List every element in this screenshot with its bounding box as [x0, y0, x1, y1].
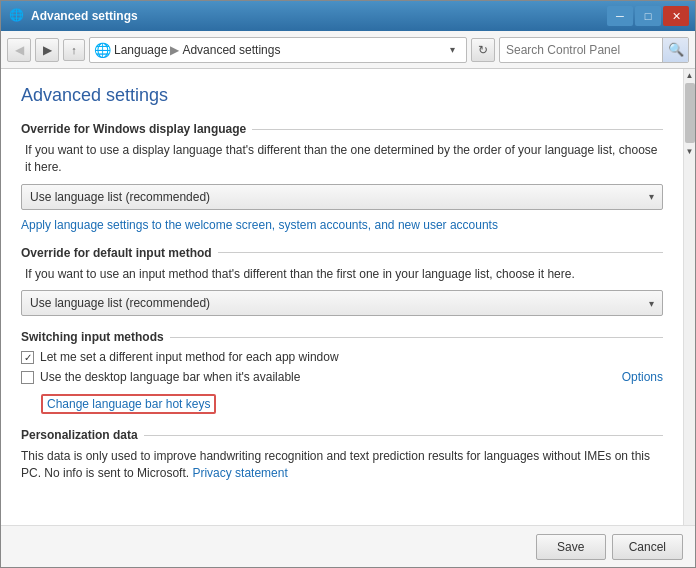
search-icon: 🔍 [668, 42, 684, 57]
search-input[interactable] [500, 43, 662, 57]
address-part1: Language [114, 43, 167, 57]
maximize-button[interactable]: □ [635, 6, 661, 26]
section4-title: Personalization data [21, 428, 663, 442]
close-button[interactable]: ✕ [663, 6, 689, 26]
personalization-desc: This data is only used to improve handwr… [21, 448, 663, 482]
bottom-bar: Save Cancel [1, 525, 695, 567]
checkbox-row-1: Let me set a different input method for … [21, 350, 663, 364]
change-hotkeys-link[interactable]: Change language bar hot keys [41, 394, 216, 414]
checkbox1-label: Let me set a different input method for … [40, 350, 339, 364]
section2-desc: If you want to use an input method that'… [21, 266, 663, 283]
up-button[interactable]: ↑ [63, 39, 85, 61]
window: 🌐 Advanced settings ─ □ ✕ ◀ ▶ ↑ 🌐 Langua… [0, 0, 696, 568]
title-bar-left: 🌐 Advanced settings [9, 8, 138, 24]
title-bar-buttons: ─ □ ✕ [607, 6, 689, 26]
minimize-button[interactable]: ─ [607, 6, 633, 26]
back-icon: ◀ [15, 43, 24, 57]
section-personalization: Personalization data This data is only u… [21, 428, 663, 482]
address-content: Language ▶ Advanced settings [114, 43, 438, 57]
address-separator: ▶ [170, 43, 179, 57]
options-link[interactable]: Options [622, 370, 663, 384]
section-input-method: Override for default input method If you… [21, 246, 663, 317]
personalization-text: This data is only used to improve handwr… [21, 449, 650, 480]
forward-button[interactable]: ▶ [35, 38, 59, 62]
save-button[interactable]: Save [536, 534, 606, 560]
refresh-button[interactable]: ↻ [471, 38, 495, 62]
section-display-language: Override for Windows display language If… [21, 122, 663, 232]
section1-title: Override for Windows display language [21, 122, 663, 136]
scroll-down-button[interactable]: ▼ [684, 145, 696, 157]
address-icon: 🌐 [94, 42, 110, 58]
section3-title: Switching input methods [21, 330, 663, 344]
scroll-up-button[interactable]: ▲ [684, 69, 696, 81]
apply-language-link[interactable]: Apply language settings to the welcome s… [21, 218, 498, 232]
checkbox-row-2: Use the desktop language bar when it's a… [21, 370, 663, 384]
address-part2: Advanced settings [182, 43, 280, 57]
input-dropdown-arrow-icon: ▾ [649, 298, 654, 309]
back-button[interactable]: ◀ [7, 38, 31, 62]
page-title: Advanced settings [21, 85, 663, 106]
privacy-link[interactable]: Privacy statement [192, 466, 287, 480]
checkbox-desktop-langbar[interactable] [21, 371, 34, 384]
input-method-dropdown[interactable]: Use language list (recommended) ▾ [21, 290, 663, 316]
refresh-icon: ↻ [478, 43, 488, 57]
section1-desc: If you want to use a display language th… [21, 142, 663, 176]
dropdown-arrow-icon: ▾ [649, 191, 654, 202]
section-switching: Switching input methods Let me set a dif… [21, 330, 663, 414]
up-icon: ↑ [71, 44, 77, 56]
display-language-value: Use language list (recommended) [30, 190, 210, 204]
checkbox2-label: Use the desktop language bar when it's a… [40, 370, 300, 384]
scroll-thumb[interactable] [685, 83, 695, 143]
forward-icon: ▶ [43, 43, 52, 57]
nav-bar: ◀ ▶ ↑ 🌐 Language ▶ Advanced settings ▾ ↻… [1, 31, 695, 69]
search-button[interactable]: 🔍 [662, 37, 688, 63]
search-box: 🔍 [499, 37, 689, 63]
title-bar: 🌐 Advanced settings ─ □ ✕ [1, 1, 695, 31]
main-area: Advanced settings Override for Windows d… [1, 69, 695, 525]
window-icon: 🌐 [9, 8, 25, 24]
scrollbar: ▲ ▼ [683, 69, 695, 525]
window-title: Advanced settings [31, 9, 138, 23]
display-language-dropdown[interactable]: Use language list (recommended) ▾ [21, 184, 663, 210]
address-bar[interactable]: 🌐 Language ▶ Advanced settings ▾ [89, 37, 467, 63]
content-area: Advanced settings Override for Windows d… [1, 69, 683, 525]
input-method-value: Use language list (recommended) [30, 296, 210, 310]
section2-title: Override for default input method [21, 246, 663, 260]
cancel-button[interactable]: Cancel [612, 534, 683, 560]
address-dropdown-button[interactable]: ▾ [442, 38, 462, 62]
checkbox-different-input[interactable] [21, 351, 34, 364]
